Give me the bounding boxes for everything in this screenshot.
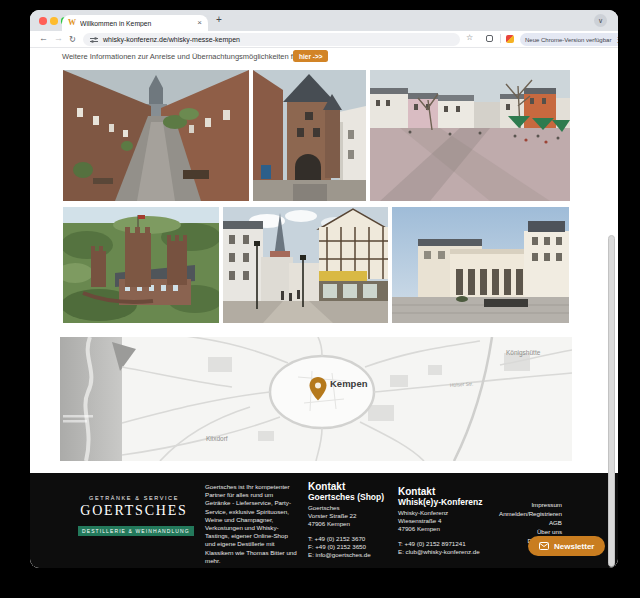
site-favicon-icon: W	[68, 19, 76, 27]
location-map[interactable]: Kempen Königshütte Klixdorf Hülser Str.	[60, 337, 572, 461]
address-line: 47906 Kempen	[308, 520, 384, 528]
logo-tagline: GETRÄNKE & SERVICE	[78, 495, 190, 501]
intro-text: Weitere Informationen zur Anreise und Üb…	[62, 52, 324, 61]
extension-icon[interactable]	[506, 35, 514, 43]
footer-contact-shop: Kontakt Goertsches (Shop) Goertsches Vor…	[308, 481, 384, 559]
bookmark-star-icon[interactable]: ☆	[466, 33, 473, 42]
back-icon[interactable]: ←	[39, 33, 48, 43]
phone-line: T: +49 (0) 2152 3670	[308, 535, 384, 543]
browser-menu-icon[interactable]: ⋮	[614, 36, 618, 44]
address-bar[interactable]: whisky-konferenz.de/whisky-messe-kempen	[83, 33, 460, 46]
logo-name: GOERTSCHES	[78, 503, 190, 519]
forward-icon: →	[54, 33, 63, 43]
link-impressum[interactable]: Impressum	[432, 500, 562, 509]
logo-badge: DESTILLERIE & WEINHANDLUNG	[78, 526, 194, 536]
tab-title: Willkommen in Kempen	[80, 20, 193, 27]
email-line[interactable]: E: club@whisky-konferenz.de	[398, 548, 483, 556]
photo-market-square	[370, 70, 570, 201]
contact-heading: Kontakt	[398, 486, 483, 497]
minimize-window-button[interactable]	[50, 17, 58, 25]
address-line: Vorster Straße 22	[308, 512, 384, 520]
newsletter-button[interactable]: Newsletter	[528, 536, 605, 556]
envelope-icon	[539, 542, 549, 550]
photo-shopping-street	[223, 207, 388, 323]
page-content: Weitere Informationen zur Anreise und Üb…	[30, 48, 618, 568]
photo-gate-tower	[253, 70, 366, 201]
contact-subheading: Goertsches (Shop)	[308, 492, 384, 502]
close-window-button[interactable]	[39, 17, 47, 25]
link-anmelden-registrieren[interactable]: Anmelden/Registrieren	[432, 509, 562, 518]
map-label-city: Kempen	[330, 378, 368, 389]
page-footer: GETRÄNKE & SERVICE GOERTSCHES DESTILLERI…	[30, 473, 618, 568]
intro-row: Weitere Informationen zur Anreise und Üb…	[30, 49, 618, 63]
photo-historic-alley	[63, 70, 249, 201]
reload-icon[interactable]: ↻	[69, 34, 76, 44]
map-label-klixdorf: Klixdorf	[206, 435, 228, 442]
email-line[interactable]: E: info@goertsches.de	[308, 551, 384, 559]
footer-about-text: Goertsches ist Ihr kompetenter Partner f…	[205, 483, 299, 565]
tab-strip: W Willkommen in Kempen × + ∨	[30, 10, 618, 31]
photo-modern-building	[392, 207, 569, 323]
tab-willkommen-in-kempen[interactable]: W Willkommen in Kempen ×	[62, 15, 208, 31]
toolbar-divider	[500, 34, 501, 43]
url-text: whisky-konferenz.de/whisky-messe-kempen	[103, 36, 240, 43]
link-agb[interactable]: AGB	[432, 518, 562, 527]
address-line: Goertsches	[308, 504, 384, 512]
chrome-update-chip[interactable]: Neue Chrome-Version verfügbar ⋮	[520, 33, 618, 46]
scrollbar-thumb[interactable]	[608, 235, 615, 567]
side-panel-icon[interactable]	[486, 35, 493, 42]
photo-gallery-row-1	[63, 70, 570, 201]
fax-line: F: +49 (0) 2152 3650	[308, 543, 384, 551]
site-settings-icon[interactable]	[90, 36, 98, 44]
link-ueber-uns[interactable]: Über uns	[432, 527, 562, 536]
new-tab-button[interactable]: +	[216, 14, 222, 25]
map-label-koenigshuette: Königshütte	[506, 349, 541, 357]
tab-close-icon[interactable]: ×	[197, 19, 202, 27]
photo-castle-aerial	[63, 207, 219, 323]
browser-window: W Willkommen in Kempen × + ∨ ← → ↻ whisk…	[30, 10, 618, 568]
hier-link-button[interactable]: hier ->>	[293, 50, 328, 62]
tab-search-chevron-icon[interactable]: ∨	[594, 14, 607, 27]
browser-toolbar: ← → ↻ whisky-konferenz.de/whisky-messe-k…	[30, 31, 618, 48]
photo-gallery-row-2	[63, 207, 570, 323]
goertsches-logo: GETRÄNKE & SERVICE GOERTSCHES DESTILLERI…	[78, 495, 190, 537]
contact-heading: Kontakt	[308, 481, 384, 492]
